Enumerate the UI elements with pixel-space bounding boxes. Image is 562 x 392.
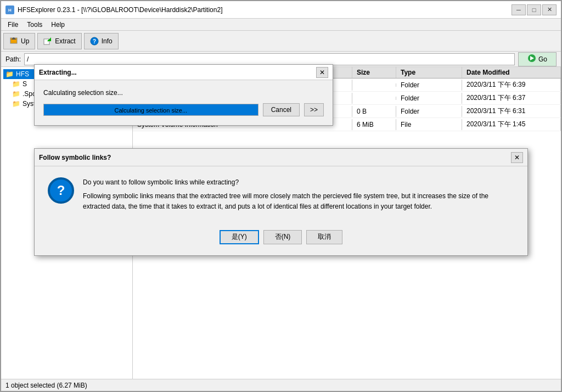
up-icon: [9, 37, 18, 46]
window-title: HFSExplorer 0.23.1 - [\\?\GLOBALROOT\Dev…: [18, 6, 222, 14]
file-type: File: [396, 119, 462, 130]
progress-row: Calculating selection size... Cancel >>: [43, 103, 324, 116]
menu-tools[interactable]: Tools: [23, 20, 47, 30]
symbolic-description: Following symbolic links means that the …: [83, 191, 514, 212]
extracting-dialog-content: Calculating selection size... Calculatin…: [35, 80, 333, 125]
info-button[interactable]: ? Info: [84, 33, 119, 49]
col-header-size[interactable]: Size: [352, 67, 396, 78]
folder-icon: 📁: [12, 80, 20, 88]
extracting-dialog-title-bar: Extracting... ✕: [35, 65, 333, 80]
file-type: Folder: [396, 106, 462, 117]
extracting-dialog-title: Extracting...: [39, 69, 77, 76]
file-type: Folder: [396, 80, 462, 91]
status-bar: 1 object selected (6.27 MiB): [1, 379, 561, 391]
minimize-button[interactable]: ─: [512, 4, 526, 15]
go-button[interactable]: Go: [518, 52, 557, 66]
folder-icon: 📁: [12, 90, 20, 98]
up-button[interactable]: Up: [3, 33, 35, 49]
app-icon: H: [5, 5, 14, 14]
file-size: [352, 83, 396, 87]
svg-text:H: H: [8, 8, 12, 13]
symbolic-dialog-icon: ?: [48, 177, 74, 204]
file-size: [352, 97, 396, 100]
folder-icon: 📁: [5, 70, 14, 78]
extracting-dialog: Extracting... ✕ Calculating selection si…: [34, 64, 333, 126]
extracting-cancel-button[interactable]: Cancel: [263, 103, 300, 116]
symbolic-dialog-content: ? Do you want to follow symbolic links w…: [35, 166, 527, 223]
extract-button[interactable]: Extract: [37, 33, 81, 49]
path-input[interactable]: [24, 53, 515, 65]
toolbar: Up Extract ? Info: [1, 31, 561, 52]
col-header-date[interactable]: Date Modified: [462, 67, 561, 78]
maximize-button[interactable]: □: [527, 4, 541, 15]
title-bar-left: H HFSExplorer 0.23.1 - [\\?\GLOBALROOT\D…: [5, 5, 222, 14]
symbolic-links-dialog: Follow symbolic links? ✕ ? Do you want t…: [34, 148, 528, 256]
progress-bar-text: Calculating selection size...: [44, 104, 258, 116]
extracting-close-button[interactable]: ✕: [316, 67, 328, 78]
symbolic-dialog-text: Do you want to follow symbolic links whi…: [83, 177, 514, 212]
svg-text:?: ?: [93, 38, 96, 44]
go-icon: [527, 54, 536, 64]
tree-item-label: HFS: [16, 70, 29, 78]
title-controls: ─ □ ✕: [512, 4, 557, 15]
file-type: Folder: [396, 93, 462, 104]
extracting-message: Calculating selection size...: [43, 89, 324, 97]
file-size: 6 MiB: [352, 119, 396, 130]
file-size: 0 B: [352, 106, 396, 117]
folder-icon: 📁: [12, 100, 20, 108]
file-date: 2020/3/11 下午 1:45: [462, 118, 561, 131]
main-window: H HFSExplorer 0.23.1 - [\\?\GLOBALROOT\D…: [0, 0, 562, 392]
extracting-skip-button[interactable]: >>: [304, 103, 324, 116]
title-bar: H HFSExplorer 0.23.1 - [\\?\GLOBALROOT\D…: [1, 1, 561, 19]
symbolic-dialog-title: Follow symbolic links?: [39, 154, 111, 161]
file-date: 2020/3/11 下午 6:31: [462, 105, 561, 117]
go-label: Go: [538, 55, 547, 63]
menu-help[interactable]: Help: [47, 20, 69, 30]
col-header-type[interactable]: Type: [396, 67, 462, 78]
path-label: Path:: [5, 55, 21, 63]
tree-item-label: S: [23, 80, 27, 88]
status-text: 1 object selected (6.27 MiB): [5, 382, 87, 389]
up-label: Up: [21, 37, 29, 45]
symbolic-question: Do you want to follow symbolic links whi…: [83, 177, 514, 188]
symbolic-dialog-buttons: 是(Y) 否(N) 取消: [35, 223, 527, 255]
symbolic-dialog-title-bar: Follow symbolic links? ✕: [35, 149, 527, 166]
close-button[interactable]: ✕: [542, 4, 557, 15]
menu-bar: File Tools Help: [1, 19, 561, 31]
extract-icon: [43, 37, 52, 46]
progress-bar-container: Calculating selection size...: [43, 104, 258, 116]
file-date: 2020/3/11 下午 6:39: [462, 79, 561, 91]
file-date: 2020/3/11 下午 6:37: [462, 92, 561, 104]
extract-label: Extract: [55, 37, 75, 45]
symbolic-yes-button[interactable]: 是(Y): [220, 230, 259, 244]
info-label: Info: [102, 37, 113, 45]
menu-file[interactable]: File: [3, 20, 23, 30]
info-icon: ?: [90, 37, 99, 46]
symbolic-close-button[interactable]: ✕: [511, 152, 523, 163]
symbolic-cancel-button[interactable]: 取消: [306, 230, 342, 244]
symbolic-no-button[interactable]: 否(N): [263, 230, 302, 244]
